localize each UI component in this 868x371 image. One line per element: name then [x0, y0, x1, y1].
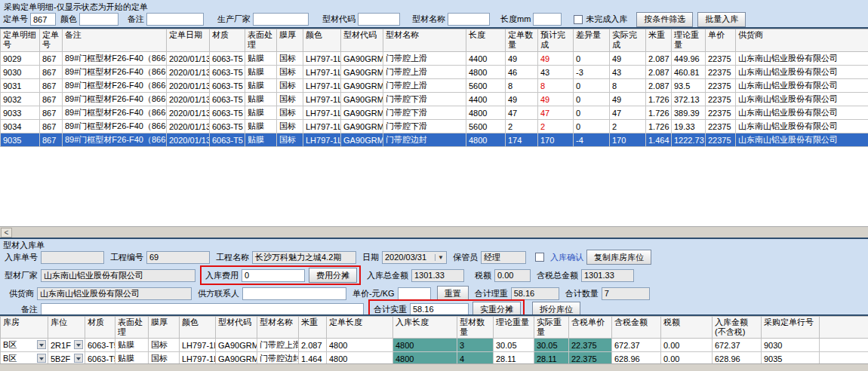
length-input[interactable]	[533, 13, 562, 26]
batch-inbound-button[interactable]: 批量入库	[697, 12, 746, 27]
profile-name-input[interactable]	[448, 13, 490, 26]
column-header[interactable]: 定单长度	[327, 317, 393, 339]
column-header[interactable]: 理论重量	[672, 29, 706, 52]
calendar-dropdown-icon[interactable]: ▼	[435, 254, 444, 261]
total-qty-field[interactable]: 7	[602, 287, 650, 300]
column-header[interactable]: 膜厚	[277, 29, 303, 52]
column-header[interactable]: 颜色	[303, 29, 341, 52]
column-header[interactable]: 型材代码	[341, 29, 383, 52]
column-header[interactable]: 库房	[1, 317, 48, 339]
column-header[interactable]: 入库长度	[393, 317, 457, 339]
tax-total-field[interactable]: 1301.33	[581, 269, 634, 282]
table-row[interactable]: 903386789#门框型材F26-F40（866+867）2020/01/13…	[1, 106, 868, 120]
table-row[interactable]: B区2R1F6063-T5贴膜国标LH797-1LL0GA90GRM03门带腔上…	[1, 339, 868, 352]
unfinished-checkbox[interactable]	[574, 15, 583, 24]
dropdown-arrow-icon[interactable]	[74, 354, 83, 363]
project-no-field[interactable]: 69	[146, 251, 210, 264]
column-header[interactable]: 表面处理	[115, 317, 149, 339]
table-row[interactable]: 903086789#门框型材F26-F40（866+867）2020/01/13…	[1, 66, 868, 79]
column-header[interactable]: 表面处理	[245, 29, 277, 52]
column-header[interactable]: 含税单价	[569, 317, 612, 339]
column-header[interactable]: 供货商	[736, 29, 868, 52]
column-header[interactable]: 米重	[646, 29, 672, 52]
column-header[interactable]: 备注	[63, 29, 167, 52]
column-header[interactable]: 颜色	[180, 317, 216, 339]
total-theory-field[interactable]: 58.16	[511, 287, 559, 300]
order-grid: 定单明细号定单号备注定单日期材质表面处理膜厚颜色型材代码型材名称长度定单数量预计…	[0, 29, 868, 147]
column-header[interactable]: 膜厚	[149, 317, 180, 339]
column-header[interactable]: 实际完成	[610, 29, 646, 52]
unfinished-checkbox-label: 未完成入库	[586, 14, 627, 25]
grid-cell: 国标	[277, 79, 303, 93]
inbound-confirm-checkbox[interactable]	[535, 253, 544, 262]
column-header[interactable]: 差异量	[574, 29, 610, 52]
total-actual-input[interactable]: 58.16	[410, 303, 469, 316]
grid-cell: 93.5	[672, 79, 706, 93]
table-row[interactable]: 903586789#门框型材F26-F40（866+867）2020/01/13…	[1, 133, 868, 147]
column-header[interactable]: 材质	[210, 29, 245, 52]
column-header[interactable]: 定单数量	[506, 29, 538, 52]
project-name-field[interactable]: 长沙万科魅力之城4.2期	[252, 251, 356, 264]
manufacturer-input[interactable]	[253, 13, 309, 26]
grid-cell: 30.05	[494, 339, 534, 352]
column-header[interactable]: 入库金额(不含税)	[713, 317, 762, 339]
contact-input[interactable]	[242, 287, 346, 300]
factory-label: 型材厂家	[5, 270, 38, 281]
grid-cell: 170	[538, 133, 574, 147]
column-header[interactable]: 税额	[661, 317, 713, 339]
date-field[interactable]: 2020/03/31▼	[382, 251, 447, 264]
column-header[interactable]: 实际重量	[534, 317, 569, 339]
order-no-input[interactable]: 867	[30, 13, 56, 26]
keeper-field[interactable]: 经理	[481, 251, 526, 264]
unit-price-input[interactable]	[398, 287, 431, 300]
remark-input[interactable]	[146, 13, 204, 26]
column-header[interactable]: 采购定单行号	[762, 317, 820, 339]
dropdown-arrow-icon[interactable]	[37, 340, 46, 349]
factory-field[interactable]: 山东南山铝业股份有限公司	[41, 269, 195, 282]
inbound-fee-input[interactable]: 0	[242, 269, 305, 282]
copy-warehouse-button[interactable]: 复制库房库位	[586, 250, 651, 265]
color-input[interactable]	[79, 13, 119, 26]
column-header[interactable]: 定单日期	[167, 29, 210, 52]
table-row[interactable]: 903486789#门框型材F26-F40（866+867）2020/01/13…	[1, 120, 868, 133]
grid-cell: 2020/01/13	[167, 120, 210, 133]
column-header[interactable]: 型材名称	[257, 317, 299, 339]
column-header[interactable]: 预计完成	[538, 29, 574, 52]
column-header[interactable]: 理论重量	[494, 317, 534, 339]
column-header[interactable]: 型材代码	[216, 317, 257, 339]
supplier-field[interactable]: 山东南山铝业股份有限公司	[37, 287, 192, 300]
table-row[interactable]: 903186789#门框型材F26-F40（866+867）2020/01/13…	[1, 79, 868, 93]
column-header[interactable]: 库位	[48, 317, 85, 339]
profile-code-input[interactable]	[358, 13, 400, 26]
column-header[interactable]: 单价	[706, 29, 736, 52]
dropdown-arrow-icon[interactable]	[37, 354, 46, 363]
bottom-scrollbar[interactable]	[0, 363, 868, 371]
grid-cell: 门带腔上滑	[383, 79, 466, 93]
column-header[interactable]: 型材数量	[457, 317, 494, 339]
fee-allocate-button[interactable]: 费用分摊	[309, 268, 357, 283]
grid-cell: 6063-T5	[210, 106, 245, 120]
tax-field[interactable]: 0.00	[494, 269, 531, 282]
grid-cell: 46	[506, 66, 538, 79]
grid-cell: 49	[610, 52, 646, 66]
column-header[interactable]: 含税金额	[612, 317, 661, 339]
inbound-no-field[interactable]	[41, 251, 104, 264]
column-header[interactable]: 材质	[85, 317, 115, 339]
inbound-total-field[interactable]: 1301.33	[411, 269, 464, 282]
table-row[interactable]: 902986789#门框型材F26-F40（866+867）2020/01/13…	[1, 52, 868, 66]
form-remark-input[interactable]	[41, 303, 364, 316]
column-header[interactable]: 长度	[466, 29, 506, 52]
reset-button[interactable]: 重置	[437, 286, 469, 301]
grid-cell: 门带腔上滑	[383, 66, 466, 79]
grid-cell: 22375	[706, 66, 736, 79]
scroll-left-icon[interactable]: <	[1, 228, 12, 238]
order-grid-hscrollbar[interactable]: <	[0, 226, 868, 238]
table-row[interactable]: 903286789#门框型材F26-F40（866+867）2020/01/13…	[1, 93, 868, 106]
dropdown-arrow-icon[interactable]	[74, 340, 83, 349]
filter-button[interactable]: 按条件筛选	[636, 12, 693, 27]
column-header[interactable]: 定单号	[40, 29, 63, 52]
column-header[interactable]: 米重	[299, 317, 327, 339]
column-header[interactable]: 定单明细号	[1, 29, 40, 52]
form-remark-label: 备注	[21, 304, 38, 315]
column-header[interactable]: 型材名称	[383, 29, 466, 52]
